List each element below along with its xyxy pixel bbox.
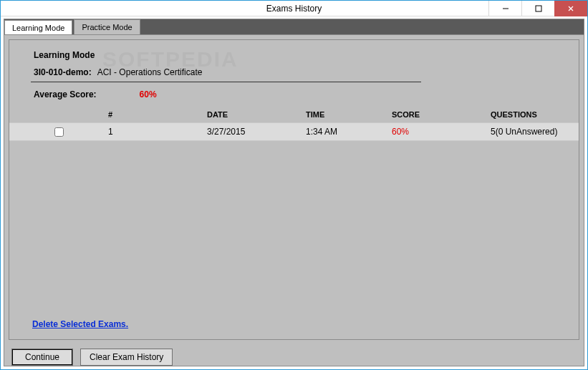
average-score-label: Average Score: xyxy=(34,89,97,99)
average-score-line: Average Score: 60% xyxy=(34,89,579,99)
row-checkbox-cell xyxy=(9,127,108,137)
row-time: 1:34 AM xyxy=(306,127,392,137)
col-header-num: # xyxy=(108,110,207,119)
exam-code: 3I0-010-demo: xyxy=(34,67,92,77)
exam-name: ACI - Operations Certificate xyxy=(97,67,203,77)
svg-rect-1 xyxy=(536,6,541,11)
delete-selected-link[interactable]: Delete Selected Exams. xyxy=(32,319,128,329)
divider xyxy=(31,82,421,82)
tab-label: Learning Mode xyxy=(12,24,64,32)
titlebar: Exams History xyxy=(1,1,587,16)
clear-history-button[interactable]: Clear Exam History xyxy=(80,349,173,366)
col-header-time: TIME xyxy=(306,110,392,119)
close-button[interactable] xyxy=(554,1,587,16)
row-score: 60% xyxy=(392,127,491,137)
row-num: 1 xyxy=(108,127,207,137)
window: Exams History Learning Mode Practice Mod… xyxy=(0,0,588,370)
exam-line: 3I0-010-demo: ACI - Operations Certifica… xyxy=(34,67,579,77)
row-checkbox[interactable] xyxy=(54,127,64,137)
button-row: Continue Clear Exam History xyxy=(4,344,584,366)
tab-label: Practice Mode xyxy=(82,23,132,31)
tab-panel: SOFTPEDIA Learning Mode 3I0-010-demo: AC… xyxy=(4,34,584,366)
inner-panel: SOFTPEDIA Learning Mode 3I0-010-demo: AC… xyxy=(9,39,579,340)
continue-button[interactable]: Continue xyxy=(11,349,73,366)
minimize-button[interactable] xyxy=(488,1,521,16)
col-header-date: DATE xyxy=(207,110,306,119)
maximize-button[interactable] xyxy=(521,1,554,16)
col-header-score: SCORE xyxy=(392,110,491,119)
tab-practice-mode[interactable]: Practice Mode xyxy=(74,19,140,34)
col-header-questions: QUESTIONS xyxy=(491,110,579,119)
window-controls xyxy=(488,1,587,16)
row-questions: 5(0 UnAnswered) xyxy=(491,127,579,137)
row-date: 3/27/2015 xyxy=(207,127,306,137)
panel-heading: Learning Mode xyxy=(34,50,579,60)
tab-learning-mode[interactable]: Learning Mode xyxy=(4,20,72,35)
table-row[interactable]: 1 3/27/2015 1:34 AM 60% 5(0 UnAnswered) xyxy=(9,122,579,141)
tabstrip: Learning Mode Practice Mode xyxy=(4,19,584,34)
table-header: # DATE TIME SCORE QUESTIONS xyxy=(9,107,579,122)
content: Learning Mode Practice Mode SOFTPEDIA Le… xyxy=(1,16,587,369)
average-score-value: 60% xyxy=(140,89,157,99)
